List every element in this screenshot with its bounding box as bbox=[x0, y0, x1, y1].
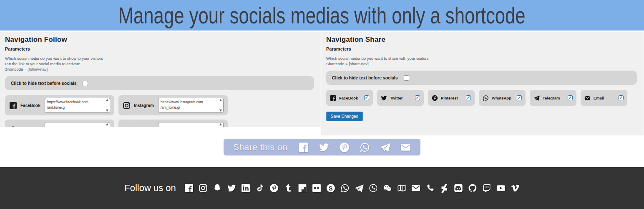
follow-cards-row-1: FaceBook https://www.facebook.com /ant.t… bbox=[5, 95, 314, 115]
telegram-icon[interactable] bbox=[380, 142, 390, 153]
whatsapp-share-checkbox[interactable] bbox=[517, 95, 522, 100]
instagram-icon[interactable] bbox=[199, 184, 208, 193]
discord-icon[interactable] bbox=[454, 184, 463, 193]
share-hide-text-checkbox[interactable] bbox=[404, 75, 409, 81]
scroll-down-icon[interactable] bbox=[106, 110, 108, 112]
textarea-scrollbar[interactable] bbox=[105, 99, 109, 112]
facebook-icon[interactable] bbox=[184, 184, 194, 193]
share-panel-subtitle: Parameters bbox=[326, 46, 637, 51]
follow-panel-title: Navigation Follow bbox=[5, 36, 314, 44]
twitter-follow-card: Twitter bbox=[118, 120, 228, 127]
follow-hide-text-bar: Click to hide text before socials bbox=[5, 76, 314, 90]
card-label: Telegram bbox=[543, 96, 565, 100]
twitch-icon[interactable] bbox=[482, 184, 491, 193]
follow-hide-text-checkbox[interactable] bbox=[83, 81, 88, 86]
pinterest-share-checkbox[interactable] bbox=[466, 95, 471, 100]
scroll-up-icon[interactable] bbox=[219, 99, 222, 101]
share-bar-preview: Share this on bbox=[224, 139, 420, 155]
textarea-scrollbar[interactable] bbox=[219, 123, 222, 127]
twitter-icon bbox=[381, 95, 387, 101]
map-icon[interactable] bbox=[397, 184, 406, 193]
pinterest-share-card: Pinterest bbox=[428, 90, 475, 106]
follow-bar-label: Follow us on bbox=[124, 183, 176, 194]
twitter-url-input[interactable] bbox=[158, 122, 223, 127]
facebook-icon[interactable] bbox=[298, 142, 309, 153]
flickr-icon[interactable] bbox=[312, 184, 321, 193]
scroll-up-icon[interactable] bbox=[106, 123, 108, 125]
telegram-icon bbox=[533, 95, 540, 101]
telegram-share-card: Telegram bbox=[530, 90, 576, 106]
pinterest-icon bbox=[432, 95, 438, 101]
tumblr-icon[interactable] bbox=[284, 184, 293, 193]
phone-icon[interactable] bbox=[425, 184, 435, 193]
card-label: FaceBook bbox=[339, 96, 361, 100]
tiktok-icon[interactable] bbox=[255, 184, 264, 193]
follow-desc-line-1: Which social media do you want to show t… bbox=[5, 56, 314, 61]
skype-icon[interactable] bbox=[326, 184, 335, 193]
instagram-follow-card: Instagram https://www.instagram.com /ant… bbox=[118, 95, 228, 115]
textarea-scrollbar[interactable] bbox=[105, 123, 109, 127]
snapchat-icon[interactable] bbox=[213, 184, 222, 193]
textarea-scrollbar[interactable] bbox=[219, 99, 222, 112]
github-icon[interactable] bbox=[468, 184, 477, 193]
follow-desc-line-2: Put the link to your social media to act… bbox=[5, 61, 314, 66]
wechat-icon[interactable] bbox=[383, 184, 392, 193]
deviantart-icon[interactable] bbox=[440, 184, 449, 193]
follow-bar-preview: Follow us on bbox=[0, 167, 644, 209]
share-desc-line-2: Shortcode = [share-nav] bbox=[326, 61, 637, 66]
snapchat-url-input[interactable] bbox=[45, 122, 110, 127]
twitter-icon bbox=[123, 126, 131, 127]
banner-header: Manage your socials medias with only a s… bbox=[0, 0, 644, 31]
email-icon[interactable] bbox=[411, 184, 420, 193]
twitter-share-checkbox[interactable] bbox=[415, 95, 420, 100]
scroll-down-icon[interactable] bbox=[219, 110, 222, 112]
url-field-wrapper bbox=[45, 122, 110, 127]
telegram-share-checkbox[interactable] bbox=[568, 95, 573, 100]
vimeo-icon[interactable] bbox=[511, 184, 520, 193]
whatsapp-share-card: WhatsApp bbox=[479, 90, 526, 106]
card-label: Twitter bbox=[390, 96, 412, 100]
share-panel-title: Navigation Share bbox=[326, 36, 637, 44]
youtube-icon[interactable] bbox=[496, 184, 506, 193]
share-bar-label: Share this on bbox=[233, 142, 287, 152]
linkedin-icon[interactable] bbox=[241, 184, 250, 193]
instagram-icon bbox=[123, 102, 131, 110]
navigation-share-panel: Navigation Share Parameters Which social… bbox=[321, 32, 644, 135]
facebook-share-checkbox[interactable] bbox=[364, 95, 369, 100]
pinterest-icon[interactable] bbox=[269, 184, 279, 193]
scroll-up-icon[interactable] bbox=[219, 123, 222, 125]
facebook-icon bbox=[9, 102, 17, 110]
facebook-share-card: FaceBook bbox=[326, 90, 373, 106]
email-icon bbox=[584, 95, 591, 101]
url-field-wrapper: https://www.facebook.com /ant.toine.g bbox=[45, 98, 110, 113]
follow-hide-text-label: Click to hide text before socials bbox=[11, 81, 77, 86]
card-label: Email bbox=[594, 96, 616, 100]
twitter-icon[interactable] bbox=[227, 184, 236, 193]
snapchat-icon bbox=[9, 126, 17, 127]
save-changes-button[interactable]: Save Changes bbox=[326, 112, 363, 121]
card-label: Pinterest bbox=[441, 96, 463, 100]
instagram-url-input[interactable]: https://www.instagram.com /ant_toine.g/ bbox=[158, 98, 223, 112]
whatsapp-icon[interactable] bbox=[340, 184, 350, 193]
url-field-wrapper: https://www.instagram.com /ant_toine.g/ bbox=[158, 98, 224, 113]
email-icon[interactable] bbox=[400, 142, 411, 153]
banner-title: Manage your socials medias with only a s… bbox=[118, 2, 526, 29]
email-share-checkbox[interactable] bbox=[619, 95, 624, 100]
viber-icon[interactable] bbox=[369, 184, 378, 193]
twitter-icon[interactable] bbox=[319, 142, 329, 153]
scroll-up-icon[interactable] bbox=[106, 99, 108, 101]
follow-panel-subtitle: Parameters bbox=[5, 46, 314, 51]
navigation-follow-panel: Navigation Follow Parameters Which socia… bbox=[0, 32, 321, 127]
pinterest-icon[interactable] bbox=[339, 142, 350, 153]
share-cards-row: FaceBook Twitter Pinterest WhatsApp Tele bbox=[326, 90, 637, 106]
whatsapp-icon[interactable] bbox=[360, 142, 370, 153]
flipboard-icon[interactable] bbox=[298, 184, 307, 193]
card-label: Instagram bbox=[134, 103, 155, 108]
snapchat-follow-card: SnapChat bbox=[5, 120, 114, 127]
follow-desc-line-3: Shortcode = [follow-nav] bbox=[5, 66, 314, 72]
share-desc-line-1: Which social media do you want to share … bbox=[326, 56, 637, 61]
facebook-icon bbox=[330, 95, 336, 101]
share-panel-description: Which social media do you want to share … bbox=[326, 56, 637, 66]
telegram-icon[interactable] bbox=[355, 184, 364, 193]
facebook-url-input[interactable]: https://www.facebook.com /ant.toine.g bbox=[45, 98, 110, 112]
